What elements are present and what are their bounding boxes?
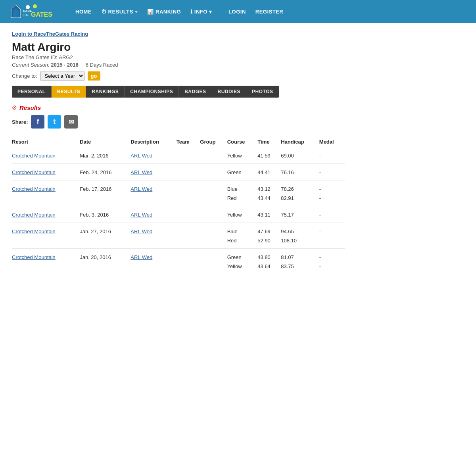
resort-link[interactable]: Crotched Mountain — [12, 228, 56, 234]
team-cell — [177, 180, 200, 203]
year-select[interactable]: Select a Year — [40, 71, 84, 81]
table-row: Crotched MountainMar. 2, 2016ARL WedYell… — [12, 149, 345, 160]
time-cell: 52.90 — [257, 236, 281, 245]
medal-cell: - — [319, 194, 345, 203]
time-cell: 41.59 — [257, 149, 281, 160]
nav-info[interactable]: ℹ INFO ▾ — [186, 6, 216, 17]
nav-results[interactable]: ⏱ RESULTS ▾ — [97, 6, 142, 17]
table-body: Crotched MountainMar. 2, 2016ARL WedYell… — [12, 149, 345, 271]
nav-home[interactable]: HOME — [71, 6, 96, 17]
go-button[interactable]: go — [88, 71, 100, 81]
group-cell — [200, 164, 227, 177]
team-cell — [177, 164, 200, 177]
results-table: Resort Date Description Team Group Cours… — [12, 136, 345, 271]
medal-cell: - — [319, 249, 345, 262]
share-row: Share: f 𝕥 ✉ — [12, 115, 345, 129]
navigation: RACE THE GATES HOME ⏱ RESULTS ▾ 📊 RANKIN… — [0, 0, 476, 23]
team-cell — [177, 223, 200, 246]
tab-badges[interactable]: BADGES — [179, 86, 212, 98]
tab-results[interactable]: RESULTS — [52, 86, 86, 98]
medal-cell: - — [319, 149, 345, 160]
description-link[interactable]: ARL Wed — [131, 228, 152, 234]
resort-link[interactable]: Crotched Mountain — [12, 153, 56, 159]
course-cell: Red — [227, 194, 258, 203]
medal-cell: - — [319, 180, 345, 194]
share-label: Share: — [12, 119, 28, 125]
tab-championships[interactable]: CHAMPIONSHIPS — [125, 86, 179, 98]
course-cell: Yellow — [227, 206, 258, 220]
time-cell: 43.64 — [257, 262, 281, 271]
handicap-cell: 75.17 — [281, 206, 319, 220]
handicap-cell: 83.75 — [281, 262, 319, 271]
tab-photos[interactable]: PHOTOS — [246, 86, 278, 98]
tab-personal[interactable]: PERSONAL — [12, 86, 52, 98]
time-cell: 43.80 — [257, 249, 281, 262]
description-link[interactable]: ARL Wed — [131, 186, 152, 192]
group-cell — [200, 206, 227, 220]
course-cell: Yellow — [227, 149, 258, 160]
svg-text:THE: THE — [23, 13, 29, 16]
main-content: Login to RaceTheGates Racing Matt Argiro… — [0, 23, 357, 279]
col-medal: Medal — [319, 136, 345, 149]
handicap-cell: 108.10 — [281, 236, 319, 245]
logo[interactable]: RACE THE GATES — [8, 2, 60, 21]
handicap-cell: 78.26 — [281, 180, 319, 194]
change-to-row: Change to: Select a Year go — [12, 71, 345, 81]
racer-name: Matt Argiro — [12, 41, 345, 54]
time-cell: 44.41 — [257, 164, 281, 177]
table-row: Crotched MountainJan. 20, 2016ARL WedGre… — [12, 249, 345, 262]
col-description: Description — [131, 136, 176, 149]
tab-rankings[interactable]: RANKINGS — [86, 86, 125, 98]
results-header: ⊘ Results — [12, 104, 345, 111]
course-cell: Green — [227, 164, 258, 177]
svg-text:GATES: GATES — [31, 11, 52, 18]
nav-login[interactable]: → LOGIN — [218, 6, 250, 17]
handicap-cell: 94.65 — [281, 223, 319, 236]
col-date: Date — [80, 136, 131, 149]
resort-link[interactable]: Crotched Mountain — [12, 186, 56, 192]
col-resort: Resort — [12, 136, 80, 149]
handicap-cell: 82.91 — [281, 194, 319, 203]
description-link[interactable]: ARL Wed — [131, 169, 152, 175]
table-row-spacer — [12, 245, 345, 249]
share-twitter-button[interactable]: 𝕥 — [48, 115, 61, 129]
time-cell: 43.12 — [257, 180, 281, 194]
results-title: Results — [19, 104, 41, 111]
course-cell: Red — [227, 236, 258, 245]
resort-link[interactable]: Crotched Mountain — [12, 254, 56, 260]
resort-link[interactable]: Crotched Mountain — [12, 212, 56, 218]
col-team: Team — [177, 136, 200, 149]
table-row-spacer — [12, 160, 345, 164]
resort-link[interactable]: Crotched Mountain — [12, 169, 56, 175]
date-cell: Jan. 20, 2016 — [80, 249, 131, 271]
nav-menu: HOME ⏱ RESULTS ▾ 📊 RANKING ℹ INFO ▾ → LO… — [71, 6, 287, 17]
tab-buddies[interactable]: BUDDIES — [212, 86, 247, 98]
nav-register[interactable]: REGISTER — [251, 6, 287, 17]
description-link[interactable]: ARL Wed — [131, 212, 152, 218]
time-cell: 43.11 — [257, 206, 281, 220]
nav-ranking[interactable]: 📊 RANKING — [143, 6, 185, 17]
change-to-label: Change to: — [12, 73, 37, 79]
login-link[interactable]: Login to RaceTheGates Racing — [12, 31, 345, 37]
medal-cell: - — [319, 206, 345, 220]
table-row-spacer — [12, 203, 345, 206]
col-group: Group — [200, 136, 227, 149]
col-handicap: Handicap — [281, 136, 319, 149]
season-info: Current Season: 2015 - 2016 6 Days Raced — [12, 62, 345, 68]
group-cell — [200, 180, 227, 203]
description-link[interactable]: ARL Wed — [131, 254, 152, 260]
medal-cell: - — [319, 164, 345, 177]
col-course: Course — [227, 136, 258, 149]
handicap-cell: 81.07 — [281, 249, 319, 262]
table-header: Resort Date Description Team Group Cours… — [12, 136, 345, 149]
svg-point-3 — [33, 4, 37, 8]
svg-point-2 — [26, 5, 30, 9]
description-link[interactable]: ARL Wed — [131, 153, 152, 159]
share-email-button[interactable]: ✉ — [64, 115, 78, 129]
share-facebook-button[interactable]: f — [31, 115, 44, 129]
col-time: Time — [257, 136, 281, 149]
date-cell: Mar. 2, 2016 — [80, 149, 131, 160]
time-cell: 43.44 — [257, 194, 281, 203]
results-icon: ⊘ — [12, 104, 17, 111]
group-cell — [200, 149, 227, 160]
